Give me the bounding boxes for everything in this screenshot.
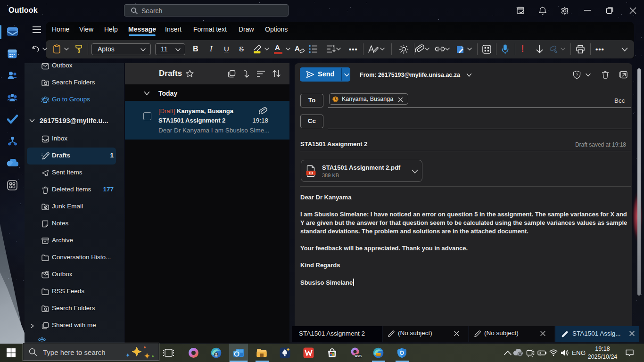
svg-text:M365: M365 [355,355,362,358]
svg-text:?: ? [576,73,578,77]
